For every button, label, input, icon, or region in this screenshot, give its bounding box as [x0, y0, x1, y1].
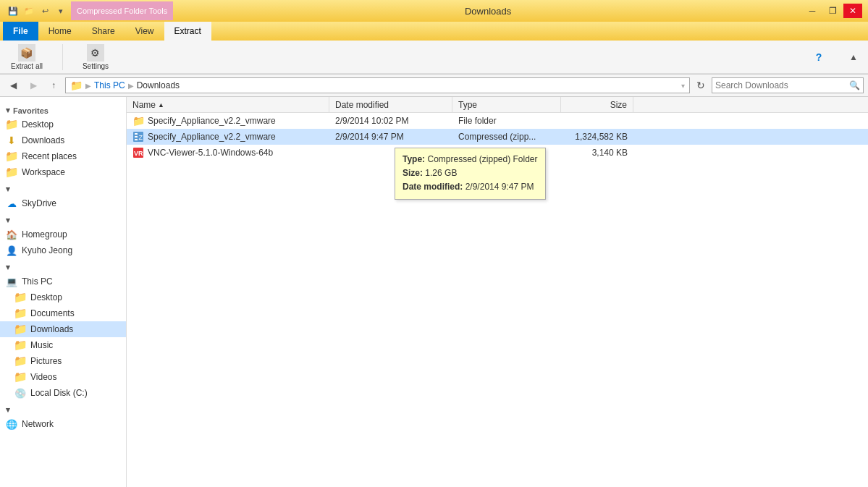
network-expand-icon: ▾ — [6, 405, 10, 415]
sidebar-label-workspace: Workspace — [22, 167, 65, 177]
address-bar: ◀ ▶ ↑ 📁 ▶ This PC ▶ Downloads ▾ ↻ 🔍 — [0, 75, 868, 97]
qat-undo-btn[interactable]: ↩ — [38, 4, 52, 18]
minimize-button[interactable]: ─ — [803, 4, 822, 18]
back-button[interactable]: ◀ — [4, 77, 22, 93]
sidebar-item-pictures[interactable]: 📁 Pictures — [0, 353, 126, 369]
zip-icon-row2: Z — [132, 131, 144, 143]
sidebar-item-localdisk[interactable]: 💿 Local Disk (C:) — [0, 385, 126, 401]
file-list-header: Name ▲ Date modified Type Size — [127, 97, 868, 113]
table-row[interactable]: Z Specify_Appliance_v2.2_vmware 2/9/2014… — [127, 129, 868, 145]
svg-text:VR: VR — [134, 150, 143, 157]
ribbon-commands: 📦 Extract all ⚙ Settings ? ▲ — [0, 41, 868, 74]
svg-rect-1 — [135, 133, 138, 135]
title-bar-left: 💾 📁 ↩ ▾ Compressed Folder Tools — [6, 1, 173, 20]
table-row[interactable]: 📁 Specify_Appliance_v2.2_vmware 2/9/2014… — [127, 113, 868, 129]
sidebar-skydrive-label: ▾ — [0, 180, 126, 195]
col-header-name[interactable]: Name ▲ — [127, 97, 329, 112]
qat-save-btn[interactable]: 💾 — [6, 4, 20, 18]
file-name-cell-3: VR VNC-Viewer-5.1.0-Windows-64b — [127, 145, 329, 160]
title-bar: 💾 📁 ↩ ▾ Compressed Folder Tools Download… — [0, 0, 868, 22]
sidebar-label-homegroup: Homegroup — [22, 229, 67, 240]
col-header-date[interactable]: Date modified — [329, 97, 452, 112]
app-icon-row3: VR — [132, 147, 144, 158]
sidebar-item-recent[interactable]: 📁 Recent places — [0, 148, 126, 164]
restore-button[interactable]: ❐ — [823, 4, 842, 18]
file-name-3: VNC-Viewer-5.1.0-Windows-64b — [148, 148, 273, 158]
sidebar-item-music[interactable]: 📁 Music — [0, 337, 126, 353]
search-icon[interactable]: 🔍 — [849, 80, 860, 90]
refresh-button[interactable]: ↻ — [693, 77, 709, 93]
sidebar-item-documents[interactable]: 📁 Documents — [0, 305, 126, 321]
ribbon: File Home Share View Extract 📦 Extract a… — [0, 22, 868, 75]
path-downloads[interactable]: Downloads — [137, 80, 180, 90]
close-button[interactable]: ✕ — [843, 4, 862, 18]
qat-folder-btn[interactable]: 📁 — [22, 4, 36, 18]
file-type-cell-2: Compressed (zipp... — [452, 130, 561, 143]
sidebar-item-user[interactable]: 👤 Kyuho Jeong — [0, 242, 126, 258]
ribbon-separator-1 — [62, 44, 63, 70]
sidebar-item-thispc[interactable]: 💻 This PC — [0, 274, 126, 289]
favorites-expand-icon: ▾ — [6, 106, 10, 115]
forward-button[interactable]: ▶ — [25, 77, 42, 93]
cloud-icon: ☁ — [6, 198, 17, 209]
folder-icon-downloads-fav: ⬇ — [6, 135, 17, 146]
sidebar-network-label: ▾ — [0, 401, 126, 416]
tab-file[interactable]: File — [3, 22, 38, 41]
sidebar-item-videos[interactable]: 📁 Videos — [0, 369, 126, 385]
file-size-2: 1,324,582 KB — [575, 132, 628, 142]
sidebar-item-downloads[interactable]: 📁 Downloads — [0, 321, 126, 337]
file-list-area: Name ▲ Date modified Type Size 📁 Specify… — [127, 97, 868, 487]
file-size-cell-2: 1,324,582 KB — [561, 130, 633, 143]
sidebar-item-homegroup[interactable]: 🏠 Homegroup — [0, 226, 126, 242]
sidebar-label-recent: Recent places — [22, 151, 77, 161]
tooltip-type: Type: Compressed (zipped) Folder — [403, 153, 538, 166]
folder-icon-workspace: 📁 — [6, 166, 17, 178]
sidebar-item-workspace[interactable]: 📁 Workspace — [0, 164, 126, 180]
tab-view[interactable]: View — [125, 22, 164, 41]
user-icon: 👤 — [6, 245, 17, 256]
qat-dropdown-btn[interactable]: ▾ — [54, 4, 68, 18]
sidebar-label-videos: Videos — [30, 372, 56, 382]
file-type-1: File folder — [458, 116, 497, 126]
address-path[interactable]: 📁 ▶ This PC ▶ Downloads ▾ — [65, 77, 690, 93]
file-size-3: 3,140 KB — [592, 148, 628, 158]
ribbon-group-extract: 📦 Extract all — [6, 42, 48, 72]
tab-share[interactable]: Share — [82, 22, 125, 41]
tooltip-date: Date modified: 2/9/2014 9:47 PM — [403, 180, 538, 194]
up-button[interactable]: ↑ — [45, 77, 62, 93]
sidebar-item-downloads-fav[interactable]: ⬇ Downloads — [0, 132, 126, 148]
tab-extract[interactable]: Extract — [164, 22, 211, 41]
path-thispc[interactable]: This PC — [94, 80, 125, 90]
extract-all-icon: 📦 — [18, 44, 35, 62]
file-size-cell-3: 3,140 KB — [561, 146, 633, 159]
homegroup-expand-icon: ▾ — [6, 216, 10, 225]
file-name-cell-1: 📁 Specify_Appliance_v2.2_vmware — [127, 114, 329, 128]
search-box[interactable]: 🔍 — [712, 77, 864, 93]
tab-home[interactable]: Home — [38, 22, 82, 41]
extract-all-button[interactable]: 📦 Extract all — [6, 42, 48, 72]
col-header-size[interactable]: Size — [561, 97, 633, 112]
sidebar-item-desktop[interactable]: 📁 Desktop — [0, 289, 126, 305]
search-input[interactable] — [715, 80, 849, 90]
settings-label: Settings — [83, 62, 109, 70]
file-name-1: Specify_Appliance_v2.2_vmware — [148, 116, 276, 126]
sidebar-label-thispc: This PC — [22, 276, 53, 287]
file-name-cell-2: Z Specify_Appliance_v2.2_vmware — [127, 130, 329, 144]
sidebar-label-network: Network — [22, 419, 54, 429]
ribbon-help-button[interactable]: ? — [810, 49, 827, 65]
sidebar-item-desktop-fav[interactable]: 📁 Desktop — [0, 117, 126, 132]
sidebar: ▾ Favorites 📁 Desktop ⬇ Downloads 📁 Rece… — [0, 97, 127, 487]
folder-icon-pictures: 📁 — [14, 355, 26, 367]
file-date-2: 2/9/2014 9:47 PM — [335, 132, 404, 142]
sidebar-homegroup-label: ▾ — [0, 211, 126, 226]
file-date-1: 2/9/2014 10:02 PM — [335, 116, 408, 126]
col-header-type[interactable]: Type — [452, 97, 561, 112]
settings-button[interactable]: ⚙ Settings — [77, 42, 114, 72]
sidebar-item-skydrive[interactable]: ☁ SkyDrive — [0, 195, 126, 211]
col-type-label: Type — [458, 100, 477, 110]
extract-all-label: Extract all — [11, 62, 43, 70]
sidebar-item-network[interactable]: 🌐 Network — [0, 416, 126, 432]
homegroup-icon: 🏠 — [6, 229, 17, 240]
ribbon-collapse-button[interactable]: ▲ — [845, 49, 862, 65]
thispc-expand-icon: ▾ — [6, 263, 10, 272]
